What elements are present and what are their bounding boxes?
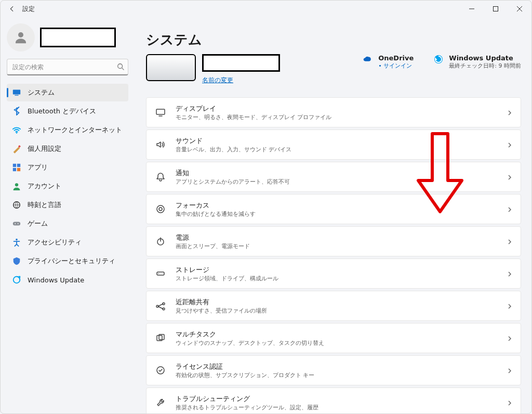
search-icon xyxy=(117,62,124,72)
sidebar-item-system[interactable]: システム xyxy=(7,84,128,101)
sidebar-item-label: 個人用設定 xyxy=(28,144,61,153)
storage-icon xyxy=(155,268,166,279)
app-title: 設定 xyxy=(22,5,35,14)
display-icon xyxy=(155,107,166,118)
setting-sound[interactable]: サウンド音量レベル、出力、入力、サウンド デバイス xyxy=(146,130,521,160)
svg-point-11 xyxy=(15,183,18,186)
setting-power[interactable]: 電源画面とスリープ、電源モード xyxy=(146,226,521,256)
personalization-icon xyxy=(12,144,21,153)
search-input[interactable] xyxy=(7,59,128,75)
setting-title: ストレージ xyxy=(176,265,278,275)
svg-rect-9 xyxy=(13,168,16,171)
minimize-button[interactable] xyxy=(460,1,484,17)
setting-multitasking[interactable]: マルチタスクウィンドウのスナップ、デスクトップ、タスクの切り替え xyxy=(146,323,521,353)
sidebar-item-privacy[interactable]: プライバシーとセキュリティ xyxy=(7,252,128,270)
setting-activation[interactable]: ライセンス認証有効化の状態、サブスクリプション、プロダクト キー xyxy=(146,355,521,385)
svg-point-27 xyxy=(163,308,165,310)
windows-update-status[interactable]: Windows Update 最終チェック日時: 9 時間前 xyxy=(433,54,521,70)
chevron-right-icon xyxy=(507,140,512,150)
sidebar-item-label: アクセシビリティ xyxy=(28,238,82,247)
gaming-icon xyxy=(12,219,21,228)
onedrive-title: OneDrive xyxy=(378,54,414,62)
back-button[interactable] xyxy=(7,4,17,14)
svg-rect-0 xyxy=(494,7,498,11)
settings-list: ディスプレイモニター、明るさ、夜間モード、ディスプレイ プロファイル サウンド音… xyxy=(146,97,521,413)
nearby-sharing-icon xyxy=(155,300,166,312)
sidebar-item-label: Windows Update xyxy=(28,276,84,284)
titlebar: 設定 xyxy=(1,1,531,17)
sidebar: システム Bluetooth とデバイス ネットワークとインターネット 個人用設… xyxy=(1,17,134,413)
maximize-button[interactable] xyxy=(484,1,508,17)
sidebar-item-apps[interactable]: アプリ xyxy=(7,159,128,176)
svg-rect-4 xyxy=(15,95,18,96)
onedrive-text: OneDrive サインイン xyxy=(378,54,414,70)
setting-desc: 推奨されるトラブルシューティングツール、設定、履歴 xyxy=(176,404,318,411)
chevron-right-icon xyxy=(507,108,512,118)
svg-point-14 xyxy=(15,223,16,224)
setting-display[interactable]: ディスプレイモニター、明るさ、夜間モード、ディスプレイ プロファイル xyxy=(146,97,521,127)
sidebar-item-label: ネットワークとインターネット xyxy=(28,125,122,135)
onedrive-status[interactable]: OneDrive サインイン xyxy=(363,54,414,70)
sidebar-item-label: 時刻と言語 xyxy=(28,200,61,210)
apps-icon xyxy=(12,163,21,172)
chevron-right-icon xyxy=(507,269,512,279)
setting-desc: 集中の妨げとなる通知を減らす xyxy=(176,210,256,218)
notifications-icon xyxy=(155,171,166,183)
content-split: システム Bluetooth とデバイス ネットワークとインターネット 個人用設… xyxy=(1,17,531,413)
chevron-right-icon xyxy=(507,333,512,343)
svg-point-21 xyxy=(159,208,162,211)
chevron-right-icon xyxy=(507,398,512,408)
setting-title: ライセンス認証 xyxy=(176,362,315,371)
privacy-icon xyxy=(12,256,21,266)
close-button[interactable] xyxy=(508,1,531,17)
setting-title: 通知 xyxy=(176,169,290,178)
windows-update-icon xyxy=(12,275,21,284)
setting-desc: 見つけやすさ、受信ファイルの場所 xyxy=(176,307,267,315)
setting-storage[interactable]: ストレージストレージ領域、ドライブ、構成ルール xyxy=(146,258,521,289)
svg-point-26 xyxy=(163,303,165,305)
sound-icon xyxy=(155,139,166,150)
main-panel: システム 名前の変更 OneDrive サインイン xyxy=(134,17,531,413)
sidebar-item-bluetooth[interactable]: Bluetooth とデバイス xyxy=(7,102,128,120)
sidebar-item-accounts[interactable]: アカウント xyxy=(7,177,128,195)
nav-list: システム Bluetooth とデバイス ネットワークとインターネット 個人用設… xyxy=(7,84,128,289)
search-box[interactable] xyxy=(7,59,128,75)
sidebar-item-gaming[interactable]: ゲーム xyxy=(7,215,128,232)
account-block[interactable] xyxy=(7,23,128,51)
setting-desc: 画面とスリープ、電源モード xyxy=(176,242,250,250)
onedrive-subtitle[interactable]: サインイン xyxy=(378,62,414,70)
svg-rect-23 xyxy=(157,272,164,275)
svg-rect-19 xyxy=(156,109,165,114)
svg-rect-13 xyxy=(13,222,20,225)
rename-link[interactable]: 名前の変更 xyxy=(202,76,280,85)
setting-notifications[interactable]: 通知アプリとシステムからのアラート、応答不可 xyxy=(146,162,521,192)
accounts-icon xyxy=(12,182,21,191)
setting-desc: ストレージ領域、ドライブ、構成ルール xyxy=(176,275,278,282)
device-name-redacted xyxy=(202,54,280,72)
setting-troubleshoot[interactable]: トラブルシューティング推奨されるトラブルシューティングツール、設定、履歴 xyxy=(146,387,521,413)
sidebar-item-personalization[interactable]: 個人用設定 xyxy=(7,140,128,158)
sidebar-item-accessibility[interactable]: アクセシビリティ xyxy=(7,234,128,251)
status-row: OneDrive サインイン Windows Update 最終チェック日時: … xyxy=(363,54,521,70)
device-info: 名前の変更 xyxy=(202,54,280,85)
accessibility-icon xyxy=(12,238,21,247)
sidebar-item-windows-update[interactable]: Windows Update xyxy=(7,271,128,289)
setting-focus[interactable]: フォーカス集中の妨げとなる通知を減らす xyxy=(146,194,521,224)
svg-point-5 xyxy=(16,132,18,134)
sidebar-item-time-language[interactable]: 時刻と言語 xyxy=(7,196,128,214)
windows-update-title: Windows Update xyxy=(449,54,521,62)
setting-nearby-sharing[interactable]: 近距離共有見つけやすさ、受信ファイルの場所 xyxy=(146,291,521,321)
setting-title: サウンド xyxy=(176,136,292,146)
sidebar-item-label: アカウント xyxy=(28,182,61,191)
time-language-icon xyxy=(12,200,21,210)
setting-title: フォーカス xyxy=(176,201,256,210)
setting-title: トラブルシューティング xyxy=(176,394,318,404)
sidebar-item-network[interactable]: ネットワークとインターネット xyxy=(7,121,128,139)
windows-update-text: Windows Update 最終チェック日時: 9 時間前 xyxy=(449,54,521,70)
svg-point-15 xyxy=(18,223,19,224)
troubleshoot-icon xyxy=(155,397,166,408)
network-icon xyxy=(12,125,21,135)
svg-rect-8 xyxy=(17,164,20,167)
bluetooth-icon xyxy=(12,107,21,116)
setting-desc: ウィンドウのスナップ、デスクトップ、タスクの切り替え xyxy=(176,339,324,347)
